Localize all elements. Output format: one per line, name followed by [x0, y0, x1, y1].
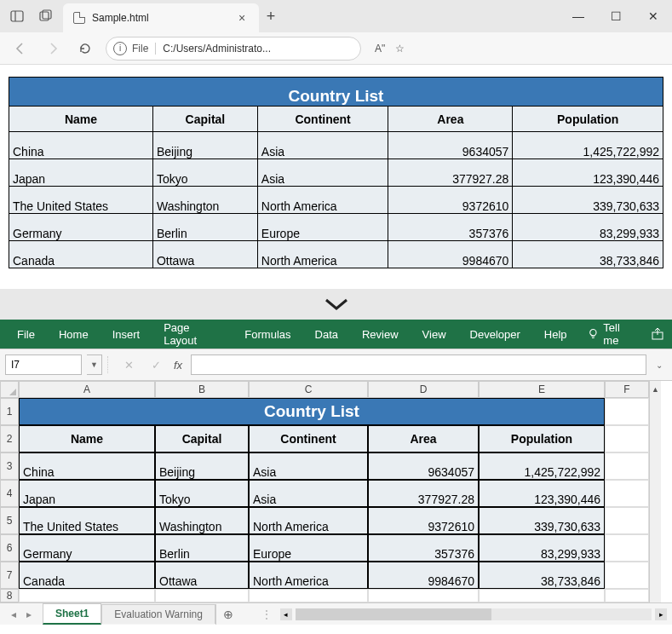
excel-col-continent[interactable]: Continent	[249, 425, 368, 452]
sidebar-toggle-icon[interactable]	[10, 9, 24, 23]
col-header-f[interactable]: F	[605, 381, 649, 398]
cell[interactable]: 9372610	[368, 507, 479, 534]
cell[interactable]: Ottawa	[155, 562, 249, 589]
ribbon-tab-home[interactable]: Home	[47, 320, 101, 349]
cell[interactable]: 377927.28	[368, 480, 479, 507]
col-header-e[interactable]: E	[479, 381, 605, 398]
cell[interactable]	[605, 398, 649, 425]
cell[interactable]: 83,299,933	[479, 534, 605, 562]
select-all-corner[interactable]	[0, 381, 19, 398]
row-header-1[interactable]: 1	[0, 398, 19, 425]
maximize-button[interactable]: ☐	[597, 0, 635, 32]
cell[interactable]: 339,730,633	[479, 507, 605, 534]
row-header-5[interactable]: 5	[0, 507, 19, 534]
formula-input[interactable]	[191, 354, 646, 375]
cell[interactable]	[605, 534, 649, 562]
row-header-8[interactable]: 8	[0, 589, 19, 602]
cell[interactable]	[605, 452, 649, 480]
ribbon-tab-file[interactable]: File	[5, 320, 47, 349]
cell[interactable]: Germany	[19, 534, 155, 562]
enter-formula-button[interactable]: ✓	[145, 354, 167, 375]
cell[interactable]	[155, 589, 249, 602]
cell[interactable]: China	[19, 452, 155, 480]
sheet-prev-button[interactable]: ▸	[22, 608, 36, 620]
cancel-formula-button[interactable]: ✕	[118, 354, 140, 375]
col-header-c[interactable]: C	[249, 381, 368, 398]
ribbon-tab-formulas[interactable]: Formulas	[233, 320, 302, 349]
ribbon-tab-insert[interactable]: Insert	[101, 320, 152, 349]
excel-table-title[interactable]: Country List	[19, 398, 605, 425]
share-button[interactable]	[644, 327, 672, 341]
cell[interactable]: Tokyo	[155, 480, 249, 507]
col-header-b[interactable]: B	[155, 381, 249, 398]
ribbon-tab-pagelayout[interactable]: Page Layout	[152, 320, 233, 349]
horizontal-scrollbar[interactable]: ◂ ▸	[275, 608, 672, 620]
minimize-button[interactable]: —	[560, 0, 597, 32]
cell[interactable]: 38,733,846	[479, 562, 605, 589]
cell[interactable]: Europe	[249, 534, 368, 562]
row-header-6[interactable]: 6	[0, 534, 19, 562]
tab-close-button[interactable]: ×	[233, 11, 250, 25]
col-header-a[interactable]: A	[19, 381, 155, 398]
cell[interactable]: North America	[249, 562, 368, 589]
row-header-7[interactable]: 7	[0, 562, 19, 589]
hscroll-right[interactable]: ▸	[655, 608, 667, 620]
url-field[interactable]: i File C:/Users/Administrato...	[106, 37, 361, 61]
back-button[interactable]	[9, 37, 32, 61]
cell[interactable]: Asia	[249, 452, 368, 480]
hscroll-thumb[interactable]	[296, 608, 491, 620]
forward-button[interactable]	[41, 37, 65, 61]
name-box-dropdown[interactable]: ▼	[87, 354, 102, 375]
sheet-tab-sheet1[interactable]: Sheet1	[43, 603, 101, 625]
expand-formula-button[interactable]: ⌄	[652, 354, 667, 375]
cell[interactable]	[605, 589, 649, 602]
row-header-4[interactable]: 4	[0, 480, 19, 507]
new-tab-button[interactable]: +	[259, 8, 283, 26]
cell[interactable]: Washington	[155, 507, 249, 534]
cell[interactable]: Beijing	[155, 452, 249, 480]
cell[interactable]: The United States	[19, 507, 155, 534]
excel-col-capital[interactable]: Capital	[155, 425, 249, 452]
refresh-button[interactable]	[73, 37, 97, 61]
ribbon-tab-help[interactable]: Help	[532, 320, 579, 349]
favorite-button[interactable]: ☆	[395, 43, 405, 55]
cell[interactable]	[479, 589, 605, 602]
hscroll-track[interactable]	[296, 608, 652, 620]
new-sheet-button[interactable]: ⊕	[215, 604, 241, 625]
cell[interactable]: Canada	[19, 562, 155, 589]
excel-col-population[interactable]: Population	[479, 425, 605, 452]
sheet-tab-evaluation[interactable]: Evaluation Warning	[101, 604, 215, 624]
fx-label[interactable]: fx	[174, 359, 182, 372]
scroll-up-button[interactable]: ▲	[649, 381, 661, 398]
tell-me-button[interactable]: Tell me	[579, 321, 644, 347]
excel-col-name[interactable]: Name	[19, 425, 155, 452]
tabs-overview-icon[interactable]	[39, 9, 53, 23]
row-header-3[interactable]: 3	[0, 452, 19, 480]
read-aloud-button[interactable]: A"	[375, 43, 385, 55]
cell[interactable]: 9634057	[368, 452, 479, 480]
cell[interactable]	[19, 589, 155, 602]
cell[interactable]: 1,425,722,992	[479, 452, 605, 480]
cell[interactable]	[605, 480, 649, 507]
excel-col-area[interactable]: Area	[368, 425, 479, 452]
cell[interactable]: Berlin	[155, 534, 249, 562]
ribbon-tab-view[interactable]: View	[411, 320, 458, 349]
name-box[interactable]: I7	[5, 354, 82, 375]
cell[interactable]	[249, 589, 368, 602]
cell[interactable]: Japan	[19, 480, 155, 507]
cell[interactable]	[605, 562, 649, 589]
cell[interactable]	[605, 425, 649, 452]
cell[interactable]: Asia	[249, 480, 368, 507]
cell[interactable]: 9984670	[368, 562, 479, 589]
col-header-d[interactable]: D	[368, 381, 479, 398]
vscroll-track[interactable]	[649, 398, 661, 602]
site-info-icon[interactable]: i	[113, 42, 127, 55]
browser-tab[interactable]: Sample.html ×	[63, 3, 259, 32]
ribbon-tab-data[interactable]: Data	[303, 320, 350, 349]
ribbon-tab-developer[interactable]: Developer	[458, 320, 532, 349]
sheet-first-button[interactable]: ◂	[7, 608, 20, 620]
ribbon-tab-review[interactable]: Review	[350, 320, 411, 349]
cell[interactable]: North America	[249, 507, 368, 534]
hscroll-left[interactable]: ◂	[280, 608, 292, 620]
row-header-2[interactable]: 2	[0, 425, 19, 452]
